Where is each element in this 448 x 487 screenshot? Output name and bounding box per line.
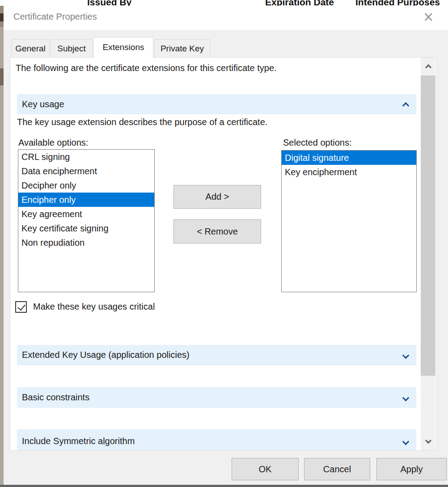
list-item[interactable]: Key encipherment bbox=[282, 165, 416, 179]
key-usage-description: The key usage extension describes the pu… bbox=[17, 117, 267, 127]
dialog-titlebar: Certificate Properties × bbox=[4, 6, 448, 30]
column-header-intended-purposes: Intended Purposes bbox=[355, 0, 440, 6]
selected-options-listbox[interactable]: Digital signature Key encipherment bbox=[281, 150, 417, 292]
section-title: Include Symmetric algorithm bbox=[22, 434, 135, 451]
chevron-down-icon[interactable] bbox=[402, 395, 410, 402]
background-window-sliver bbox=[0, 6, 4, 487]
column-header-issued-by: Issued By bbox=[87, 0, 131, 6]
ok-button[interactable]: OK bbox=[232, 458, 299, 480]
checkmark-icon bbox=[17, 302, 25, 311]
certificate-properties-dialog: Certificate Properties × General Subject… bbox=[4, 6, 448, 485]
tab-general[interactable]: General bbox=[11, 39, 50, 58]
list-item[interactable]: Key certificate signing bbox=[18, 221, 154, 235]
tab-subject[interactable]: Subject bbox=[51, 39, 93, 58]
section-header-extended-key-usage[interactable]: Extended Key Usage (application policies… bbox=[17, 345, 416, 365]
tab-extensions[interactable]: Extensions bbox=[93, 37, 153, 58]
critical-checkbox-label: Make these key usages critical bbox=[33, 302, 155, 312]
background-fragment bbox=[0, 13, 4, 21]
column-header-expiration-date: Expiration Date bbox=[265, 0, 334, 6]
section-title: Key usage bbox=[22, 94, 64, 114]
extensions-tab-panel: The following are the certificate extens… bbox=[10, 57, 437, 451]
list-item-selected[interactable]: Digital signature bbox=[282, 151, 416, 165]
section-title: Extended Key Usage (application policies… bbox=[22, 345, 190, 365]
apply-button[interactable]: Apply bbox=[376, 458, 447, 480]
available-options-listbox[interactable]: CRL signing Data encipherment Decipher o… bbox=[18, 149, 155, 292]
available-options-label: Available options: bbox=[18, 138, 88, 148]
background-list-header-row: Issued By Expiration Date Intended Purpo… bbox=[0, 0, 448, 6]
vertical-scrollbar[interactable] bbox=[421, 58, 435, 450]
section-header-include-symmetric-algorithm[interactable]: Include Symmetric algorithm bbox=[17, 429, 416, 451]
background-fragment bbox=[0, 68, 4, 85]
scroll-up-button[interactable] bbox=[421, 58, 435, 76]
scrollbar-thumb[interactable] bbox=[421, 76, 435, 376]
dialog-title: Certificate Properties bbox=[13, 12, 97, 22]
critical-checkbox[interactable] bbox=[15, 301, 27, 313]
list-item[interactable]: CRL signing bbox=[18, 150, 154, 164]
tab-private-key[interactable]: Private Key bbox=[154, 39, 210, 58]
section-header-key-usage[interactable]: Key usage bbox=[17, 94, 416, 114]
screen: Issued By Expiration Date Intended Purpo… bbox=[0, 0, 448, 487]
intro-text: The following are the certificate extens… bbox=[16, 63, 277, 73]
selected-options-label: Selected options: bbox=[283, 138, 351, 148]
chevron-down-icon[interactable] bbox=[402, 438, 410, 445]
chevron-up-icon[interactable] bbox=[402, 102, 410, 109]
list-item[interactable]: Data encipherment bbox=[18, 164, 154, 178]
scroll-down-button[interactable] bbox=[421, 432, 435, 450]
chevron-up-icon bbox=[425, 64, 431, 71]
list-item[interactable]: Key agreement bbox=[18, 207, 154, 221]
section-header-basic-constraints[interactable]: Basic constraints bbox=[17, 387, 416, 408]
chevron-down-icon[interactable] bbox=[402, 352, 410, 359]
add-button[interactable]: Add > bbox=[173, 185, 261, 209]
list-item[interactable]: Non repudiation bbox=[18, 235, 154, 250]
background-window-edge bbox=[0, 485, 448, 487]
list-item[interactable]: Decipher only bbox=[18, 178, 154, 193]
cancel-button[interactable]: Cancel bbox=[304, 458, 370, 480]
remove-button[interactable]: < Remove bbox=[173, 219, 261, 244]
close-icon[interactable]: × bbox=[419, 7, 437, 27]
list-item-selected[interactable]: Encipher only bbox=[18, 193, 154, 207]
section-title: Basic constraints bbox=[22, 387, 89, 407]
chevron-down-icon bbox=[425, 437, 431, 444]
